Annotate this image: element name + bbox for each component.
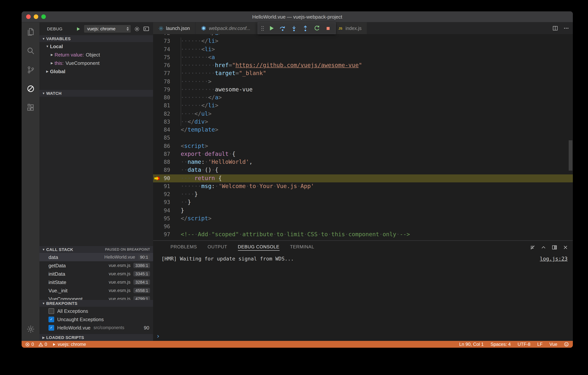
debug-config-status[interactable]: vuejs: chrome: [52, 342, 86, 347]
continue-button[interactable]: [266, 23, 277, 33]
activity-debug-button[interactable]: [21, 79, 39, 98]
whitespace-dots: ········: [181, 78, 208, 85]
breakpoint-checkbox[interactable]: ✓: [49, 316, 54, 322]
code-line-75[interactable]: 75········<a: [153, 54, 573, 62]
code-line-77[interactable]: 77··········target="_blank": [153, 70, 573, 78]
code-line-83[interactable]: 83··</div>: [153, 118, 573, 126]
code-line-94[interactable]: 94}: [153, 207, 573, 215]
close-window-button[interactable]: [26, 14, 31, 19]
code-line-93[interactable]: 93··}: [153, 199, 573, 207]
problems-status[interactable]: 0 0: [25, 342, 47, 347]
activity-extensions-button[interactable]: [21, 98, 39, 117]
status-ln-90-col-1[interactable]: Ln 90, Col 1: [456, 342, 487, 347]
code-line-97[interactable]: 97<!--·Add·"scoped"·attribute·to·limit·C…: [153, 231, 573, 239]
code-line-87[interactable]: 87export·default·{: [153, 150, 573, 158]
code-line-89[interactable]: 89··data·()·{: [153, 166, 573, 174]
variables-scope-global[interactable]: ▶Global: [39, 67, 153, 76]
panel-tab-debug-console[interactable]: DEBUG CONSOLE: [232, 241, 285, 254]
feedback-smiley-button[interactable]: [564, 342, 569, 347]
panel-tab-output[interactable]: OUTPUT: [202, 241, 232, 254]
clear-console-button[interactable]: [530, 244, 535, 250]
breakpoint-row-helloworld-vue[interactable]: ✓HelloWorld.vuesrc/components90: [39, 323, 153, 332]
panel-tab-problems[interactable]: PROBLEMS: [165, 241, 202, 254]
call-stack-frame-vuecomponent[interactable]: VueComponentvue.esm.js4799:1: [39, 295, 153, 300]
code-line-84[interactable]: 84</template>: [153, 126, 573, 134]
status-utf-8[interactable]: UTF-8: [514, 342, 534, 347]
code-line-95[interactable]: 95</script>: [153, 215, 573, 223]
tab-index-js[interactable]: JSindex.js: [332, 22, 367, 34]
code-token: }: [181, 207, 184, 214]
breakpoint-row-uncaught-exceptions[interactable]: ✓Uncaught Exceptions: [39, 315, 153, 323]
console-input-prompt[interactable]: ›: [157, 332, 159, 340]
code-text: ··········target="_blank": [170, 70, 266, 78]
start-debugging-button[interactable]: [76, 26, 81, 31]
code-line-78[interactable]: 78········>: [153, 77, 573, 86]
code-line-79[interactable]: 79··········awesome-vue: [153, 86, 573, 94]
status-spaces-4[interactable]: Spaces: 4: [487, 342, 514, 347]
tab-webpack-dev-conf[interactable]: webpack.dev.conf...: [196, 22, 256, 34]
call-stack-frame-initdata[interactable]: initDatavue.esm.js3345:1: [39, 270, 153, 278]
activity-explorer-button[interactable]: [21, 22, 39, 41]
open-debug-console-button[interactable]: [143, 26, 149, 32]
variables-scope-local[interactable]: ▼Local: [39, 42, 153, 50]
call-stack-frame-getdata[interactable]: getDatavue.esm.js3386:1: [39, 261, 153, 270]
editor-scrollbar[interactable]: [569, 140, 572, 171]
zoom-window-button[interactable]: [41, 14, 46, 19]
code-line-82[interactable]: 82····</ul>: [153, 110, 573, 118]
console-source-link[interactable]: log.js:23: [540, 255, 567, 262]
more-actions-button[interactable]: [563, 25, 569, 31]
activity-source-control-button[interactable]: [21, 60, 39, 79]
debug-configuration-select[interactable]: vuejs: chrome: [84, 25, 131, 33]
maximize-panel-button[interactable]: [541, 244, 546, 250]
split-editor-button[interactable]: [552, 25, 558, 31]
call-stack-frame-vue-init[interactable]: Vue._initvue.esm.js4558:1: [39, 286, 153, 295]
variable-row[interactable]: ▶this:VueComponent: [39, 59, 153, 67]
tab-launch-json[interactable]: launch.json: [153, 22, 196, 34]
breakpoints-section-header[interactable]: ▼ BREAKPOINTS: [39, 300, 153, 307]
activity-search-button[interactable]: [21, 41, 39, 60]
configure-gear-button[interactable]: [134, 26, 140, 32]
code-line-72[interactable]: 72········</a>: [153, 34, 573, 37]
breakpoint-current-frame-icon[interactable]: [154, 175, 160, 181]
window-title: HelloWorld.vue — vuejs-webpack-project: [252, 14, 342, 20]
debug-console[interactable]: [HMR] Waiting for update signal from WDS…: [153, 254, 573, 341]
watch-section-header[interactable]: ▼ WATCH: [39, 90, 153, 97]
code-line-74[interactable]: 74······<li>: [153, 45, 573, 54]
restart-button[interactable]: [311, 23, 322, 33]
stop-button[interactable]: [322, 23, 334, 33]
code-line-81[interactable]: 81······</li>: [153, 102, 573, 110]
code-line-92[interactable]: 92····}: [153, 190, 573, 199]
breakpoint-row-all-exceptions[interactable]: All Exceptions: [39, 307, 153, 315]
code-line-85[interactable]: 85: [153, 134, 573, 142]
variables-section-header[interactable]: ▼ VARIABLES: [39, 35, 153, 42]
whitespace-dots: ·: [246, 183, 249, 190]
step-out-button[interactable]: [300, 23, 311, 33]
code-line-73[interactable]: 73······</li>: [153, 37, 573, 45]
code-editor[interactable]: 72········</a>73······</li>74······<li>7…: [153, 34, 573, 240]
activity-settings-button[interactable]: [21, 320, 39, 339]
code-line-96[interactable]: 96: [153, 222, 573, 231]
call-stack-section-header[interactable]: ▼ CALL STACK PAUSED ON BREAKPOINT: [39, 246, 153, 253]
maximize-panel-icon: [541, 244, 546, 250]
code-line-86[interactable]: 86<script>: [153, 142, 573, 150]
variable-row[interactable]: ▶Return value:Object: [39, 50, 153, 59]
minimize-window-button[interactable]: [34, 14, 38, 19]
step-over-button[interactable]: [277, 23, 288, 33]
code-line-76[interactable]: 76··········href="https://github.com/vue…: [153, 61, 573, 70]
code-line-88[interactable]: 88··name:·'HelloWorld',: [153, 158, 573, 166]
loaded-scripts-section-header[interactable]: ▶ LOADED SCRIPTS: [39, 334, 153, 341]
status-vue[interactable]: Vue: [546, 342, 561, 347]
call-stack-frame-data[interactable]: dataHelloWorld.vue90:1: [39, 253, 153, 261]
code-line-80[interactable]: 80········</a>: [153, 94, 573, 102]
toolbar-drag-handle[interactable]: [261, 25, 264, 32]
call-stack-frame-initstate[interactable]: initStatevue.esm.js3284:1: [39, 278, 153, 286]
status-lf[interactable]: LF: [534, 342, 546, 347]
step-into-button[interactable]: [288, 23, 300, 33]
panel-tab-terminal[interactable]: TERMINAL: [285, 241, 320, 254]
close-panel-button[interactable]: [563, 244, 568, 250]
code-line-91[interactable]: 91······msg:·'Welcome·to·Your·Vue.js·App…: [153, 182, 573, 190]
breakpoint-checkbox[interactable]: ✓: [49, 325, 54, 331]
breakpoint-checkbox[interactable]: [49, 308, 54, 314]
code-line-90[interactable]: 90····return·{: [153, 174, 573, 182]
split-panel-button[interactable]: [552, 244, 557, 250]
